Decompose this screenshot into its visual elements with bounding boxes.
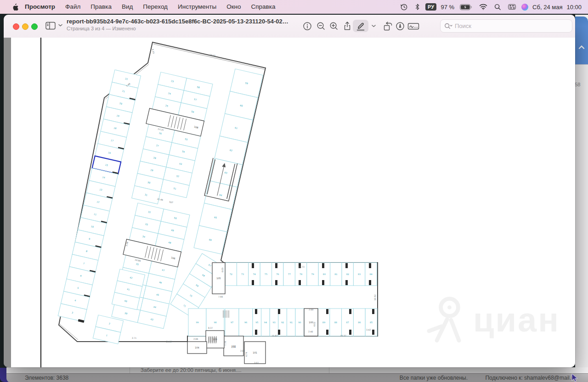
svg-text:90: 90 — [298, 321, 301, 324]
svg-text:100: 100 — [309, 321, 313, 324]
document-subtitle: Страница 3 из 4 — Изменено — [67, 26, 305, 31]
svg-text:8.37: 8.37 — [208, 327, 213, 329]
close-button[interactable] — [13, 23, 19, 30]
svg-text:99: 99 — [196, 321, 198, 324]
bluetooth-icon[interactable] — [413, 0, 421, 14]
svg-text:72: 72 — [230, 273, 232, 275]
menu-app-name[interactable]: Просмотр — [20, 0, 60, 14]
rotate-button[interactable] — [382, 21, 393, 32]
signature-button[interactable] — [407, 21, 420, 31]
sidebar-toggle-icon[interactable] — [45, 21, 56, 30]
svg-text:92: 92 — [281, 321, 284, 324]
svg-text:15.87: 15.87 — [271, 335, 277, 337]
svg-text:3.99: 3.99 — [231, 346, 236, 348]
stall-group-corner-stalls: 21 — [93, 315, 123, 344]
svg-text:97: 97 — [231, 321, 233, 324]
wifi-icon[interactable] — [478, 0, 489, 14]
markup-chevron-icon[interactable] — [371, 24, 376, 28]
apple-logo-icon[interactable] — [10, 0, 20, 14]
control-center-icon[interactable] — [507, 0, 517, 14]
chevron-up-icon[interactable] — [578, 45, 585, 50]
menu-file[interactable]: Файл — [60, 0, 85, 14]
mail-window-edge: 0:58 — [575, 15, 588, 367]
svg-text:103: 103 — [213, 338, 217, 341]
mail-status-bar: Элементов: 3638 Все папки уже обновлены.… — [6, 373, 588, 382]
divider — [130, 367, 130, 373]
menu-time[interactable]: 10:00 — [566, 4, 582, 11]
mail-account-status: Подключено к: shamalev68@mail.ru — [485, 375, 576, 381]
mouse-cursor — [571, 374, 579, 382]
svg-text:77: 77 — [288, 273, 291, 275]
svg-text:7.66: 7.66 — [218, 296, 223, 298]
menu-date[interactable]: Сб, 24 мая — [532, 4, 562, 11]
mail-items-count: Элементов: 3638 — [25, 375, 68, 381]
svg-text:81: 81 — [334, 273, 337, 275]
spotlight-search-icon[interactable] — [493, 0, 503, 14]
share-button[interactable] — [342, 21, 352, 31]
pdf-view: 2221201918171615141312111098765432123242… — [4, 38, 575, 367]
mail-message-row[interactable]: Заберите ее до 20:00 пятницы, 6 июня.... — [6, 367, 588, 373]
divider — [575, 64, 588, 65]
svg-text:96: 96 — [244, 321, 247, 324]
battery-icon[interactable] — [458, 0, 474, 14]
time-machine-icon[interactable] — [399, 0, 409, 14]
stall-group-mid-upper-block: 232425262728293031585756555453525110813.… — [129, 72, 213, 210]
svg-text:79: 79 — [311, 273, 314, 275]
svg-text:4.74: 4.74 — [245, 352, 248, 357]
annotate-button[interactable] — [395, 21, 405, 31]
svg-text:94: 94 — [264, 321, 267, 324]
info-button[interactable] — [302, 21, 312, 31]
svg-text:2.87: 2.87 — [240, 350, 245, 352]
svg-text:6.10: 6.10 — [152, 49, 155, 54]
svg-text:74: 74 — [253, 273, 255, 275]
menu-go[interactable]: Переход — [138, 0, 173, 14]
svg-text:89: 89 — [322, 321, 325, 324]
stall-group-mid-lower-block: 3233343536373839504948474645444310610.89 — [109, 202, 190, 329]
mail-blue-panel — [575, 17, 588, 64]
svg-text:27.07: 27.07 — [209, 54, 215, 57]
svg-text:84: 84 — [369, 273, 372, 275]
svg-text:104: 104 — [195, 346, 199, 349]
menu-edit[interactable]: Правка — [85, 0, 117, 14]
pdf-page: 2221201918171615141312111098765432123242… — [11, 38, 575, 367]
floor-plan: 2221201918171615141312111098765432123242… — [44, 39, 386, 367]
svg-text:86: 86 — [358, 321, 361, 324]
svg-text:87: 87 — [346, 321, 349, 324]
svg-text:6.02: 6.02 — [313, 322, 316, 326]
svg-text:105: 105 — [216, 277, 221, 280]
menu-help[interactable]: Справка — [246, 0, 281, 14]
markup-button[interactable] — [353, 20, 368, 32]
minimize-button[interactable] — [22, 23, 28, 30]
watermark-text: циан — [473, 303, 560, 337]
svg-text:76: 76 — [276, 273, 279, 275]
input-language-badge[interactable]: РУ — [425, 3, 436, 11]
cian-logo-icon — [423, 295, 473, 345]
svg-text:98: 98 — [214, 321, 216, 324]
svg-text:21.87: 21.87 — [166, 341, 172, 343]
preview-window: report-bb935b24-9e7c-463c-b023-615dc15e8… — [4, 15, 575, 367]
svg-text:3.07: 3.07 — [254, 362, 259, 364]
zoom-out-button[interactable] — [316, 21, 326, 31]
svg-text:8.05: 8.05 — [221, 268, 224, 272]
svg-text:2.00: 2.00 — [309, 309, 313, 311]
menu-view[interactable]: Вид — [117, 0, 138, 14]
menu-window[interactable]: Окно — [221, 0, 246, 14]
menu-bar: Просмотр Файл Правка Вид Переход Инструм… — [0, 0, 588, 14]
sidebar-chevron-icon[interactable] — [58, 23, 63, 27]
siri-icon[interactable] — [521, 4, 528, 11]
menu-tools[interactable]: Инструменты — [173, 0, 221, 14]
svg-text:88: 88 — [334, 321, 337, 324]
svg-text:10.37: 10.37 — [340, 335, 346, 337]
svg-text:7.78: 7.78 — [224, 341, 226, 346]
zoom-in-button[interactable] — [329, 21, 339, 31]
mail-message-snippet: Заберите ее до 20:00 пятницы, 6 июня.... — [141, 367, 242, 373]
svg-text:2.40: 2.40 — [308, 331, 313, 333]
search-input[interactable]: Поиск — [440, 19, 572, 33]
svg-text:2.06: 2.06 — [193, 338, 198, 340]
search-placeholder: Поиск — [455, 22, 471, 29]
cian-watermark: циан — [423, 295, 560, 345]
svg-text:2.71: 2.71 — [132, 337, 136, 339]
svg-text:82: 82 — [346, 273, 349, 275]
fullscreen-button[interactable] — [31, 23, 38, 30]
svg-text:32.73: 32.73 — [298, 266, 304, 268]
